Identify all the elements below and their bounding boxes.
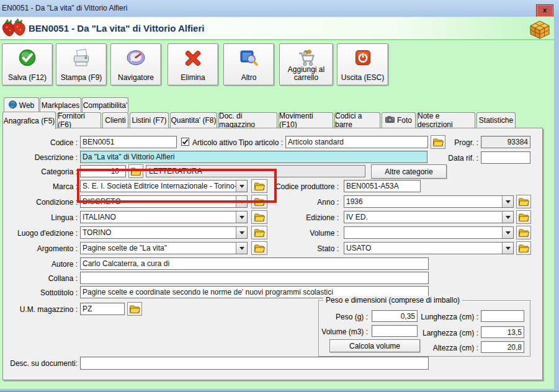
tab-fornitori[interactable]: Fornitori (F6)	[57, 112, 101, 128]
anagrafica-panel: Codice : Articolo attivo Tipo articolo :…	[2, 128, 543, 380]
combo-value: TORINO	[83, 228, 236, 237]
toolbar-button-label: Stampa (F9)	[61, 74, 102, 82]
titlebar-text: EN0051 - Da "La vita" di Vittorio Alfier…	[2, 4, 127, 12]
tab-label: Doc. di magazzino	[219, 112, 277, 129]
tab-markplaces[interactable]: Markplaces	[40, 97, 81, 112]
calcola-volume-button[interactable]: Calcola volume	[329, 339, 420, 352]
collana-input[interactable]	[80, 272, 429, 284]
stato-folder-button[interactable]	[516, 241, 531, 255]
tab-label: Statistiche	[479, 116, 513, 125]
titlebar[interactable]: EN0051 - Da "La vita" di Vittorio Alfier…	[0, 0, 559, 17]
codice-produttore-label: Codice produttore :	[251, 182, 339, 191]
argomento-folder-button[interactable]	[251, 241, 267, 255]
folder-icon	[254, 228, 265, 238]
categoria-folder-button[interactable]	[128, 164, 143, 178]
larghezza-input[interactable]	[481, 326, 524, 338]
tab-codici-barre[interactable]: Codici a barre	[334, 112, 380, 128]
anno-folder-button[interactable]	[516, 195, 531, 208]
book-search-icon	[224, 48, 274, 68]
desc-documenti-input[interactable]	[80, 357, 429, 370]
articolo-attivo-checkbox[interactable]	[181, 138, 189, 146]
altezza-label: Altezza (cm) :	[408, 344, 478, 352]
tab-compatibilita[interactable]: Compatibilita'	[82, 97, 128, 112]
um-magazzino-folder-button[interactable]	[127, 302, 142, 316]
toolbar-button-label: Salva (F12)	[8, 74, 47, 82]
luogo-edizione-folder-button[interactable]	[251, 226, 267, 239]
categoria-input[interactable]	[80, 165, 126, 177]
tipo-articolo-input[interactable]	[285, 136, 428, 148]
lunghezza-input[interactable]	[481, 310, 524, 322]
peso-label: Peso (g) :	[313, 313, 368, 321]
header: BEN0051 - Da "La vita" di Vittorio Alfie…	[0, 17, 554, 40]
tab-doc-magazzino[interactable]: Doc. di magazzino	[218, 112, 277, 128]
tab-label: Codici a barre	[335, 112, 380, 129]
chevron-down-icon[interactable]	[502, 212, 513, 223]
edizione-combobox[interactable]: IV ED.	[344, 211, 514, 223]
combo-value: DISCRETO	[83, 197, 236, 206]
chevron-down-icon[interactable]	[236, 227, 247, 238]
volume-folder-button[interactable]	[516, 226, 531, 239]
volume-m3-label: Volume (m3) :	[313, 327, 368, 336]
globe-icon	[9, 100, 17, 110]
add-to-cart-button[interactable]: Aggiungi al carrello	[279, 43, 333, 86]
tab-note-descrizioni[interactable]: Note e descrizioni	[417, 112, 475, 128]
lingua-folder-button[interactable]	[251, 210, 267, 224]
chevron-down-icon[interactable]	[236, 180, 247, 192]
tab-clienti[interactable]: Clienti	[102, 112, 128, 128]
navigator-button[interactable]: Navigatore	[110, 43, 161, 86]
tab-foto[interactable]: Foto	[382, 112, 416, 128]
toolbar-button-label: Altro	[241, 74, 257, 82]
chevron-down-icon[interactable]	[502, 243, 513, 254]
save-button[interactable]: Salva (F12)	[2, 43, 53, 86]
toolbar-button-label: Elimina	[181, 74, 205, 82]
stato-combobox[interactable]: USATO	[344, 242, 514, 254]
folder-icon	[518, 228, 529, 238]
condizione-combobox[interactable]: DISCRETO	[80, 195, 248, 208]
print-button[interactable]: Stampa (F9)	[56, 43, 107, 86]
codice-label: Codice :	[3, 138, 78, 147]
tab-quantita[interactable]: Quantita' (F8)	[170, 112, 217, 128]
tab-listini[interactable]: Listini (F7)	[130, 112, 169, 128]
tab-movimenti[interactable]: Movimenti (F10)	[279, 112, 333, 128]
cube-icon	[529, 20, 551, 42]
app-window: EN0051 - Da "La vita" di Vittorio Alfier…	[0, 0, 559, 392]
anno-label: Anno :	[269, 198, 339, 207]
combo-value: IV ED.	[346, 213, 502, 221]
luogo-edizione-label: Luogo d'edizione :	[3, 229, 78, 238]
edizione-label: Edizione :	[269, 213, 339, 222]
chevron-down-icon[interactable]	[502, 196, 513, 207]
data-rif-input[interactable]	[481, 151, 530, 164]
volume-combobox[interactable]	[344, 226, 514, 239]
folder-icon	[518, 244, 529, 253]
delete-button[interactable]: Elimina	[168, 43, 218, 86]
chevron-down-icon[interactable]	[502, 227, 513, 238]
anno-combobox[interactable]: 1936	[344, 195, 514, 208]
chevron-down-icon[interactable]	[236, 196, 247, 207]
lingua-combobox[interactable]: ITALIANO	[80, 211, 248, 223]
altezza-input[interactable]	[481, 341, 524, 353]
progr-input	[481, 136, 530, 148]
chevron-down-icon[interactable]	[236, 243, 247, 254]
luogo-edizione-combobox[interactable]: TORINO	[80, 226, 248, 239]
sottotitolo-label: Sottotitolo :	[3, 288, 78, 297]
marca-combobox[interactable]: S. E. I. Società Editrice Internazionale…	[80, 180, 248, 192]
tab-web[interactable]: Web	[4, 97, 39, 112]
codice-input[interactable]	[80, 136, 177, 148]
larghezza-label: Larghezza (cm) :	[408, 329, 478, 337]
argomento-combobox[interactable]: Pagine scelte de "La vita"	[80, 242, 248, 254]
exit-button[interactable]: Uscita (ESC)	[337, 43, 388, 86]
autore-input[interactable]	[80, 257, 429, 270]
other-button[interactable]: Altro	[223, 43, 274, 86]
camera-icon	[385, 116, 395, 125]
tab-statistiche[interactable]: Statistiche	[476, 112, 516, 128]
chevron-down-icon[interactable]	[236, 212, 247, 223]
altre-categorie-button[interactable]: Altre categorie	[371, 164, 447, 179]
close-button[interactable]: x	[536, 4, 553, 17]
um-magazzino-input[interactable]	[80, 303, 125, 315]
condizione-folder-button[interactable]	[251, 195, 267, 208]
strawberry-icon	[1, 18, 27, 40]
edizione-folder-button[interactable]	[516, 210, 531, 224]
codice-produttore-input[interactable]	[344, 180, 421, 192]
tab-anagrafica[interactable]: Anagrafica (F5)	[2, 112, 56, 129]
descrizione-input[interactable]	[80, 151, 427, 163]
